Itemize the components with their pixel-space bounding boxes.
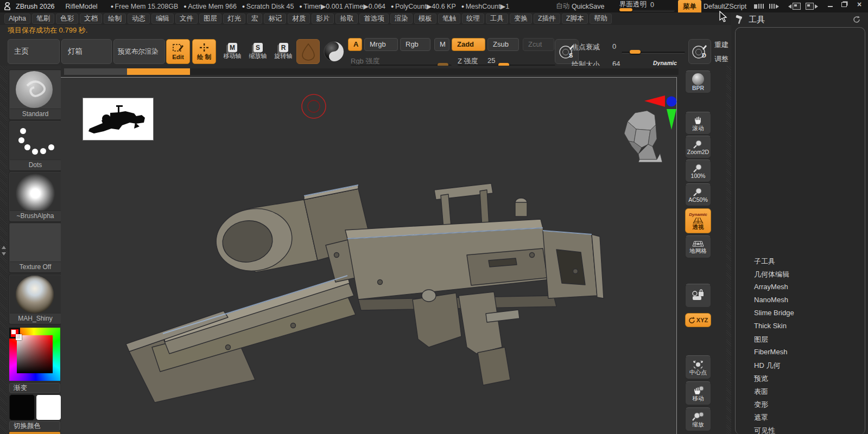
section-deformation[interactable]: 变形: [754, 400, 768, 410]
menu-layer[interactable]: 图层: [199, 14, 221, 24]
section-geometry[interactable]: 几何体编辑: [754, 270, 789, 279]
section-fibermesh[interactable]: FiberMesh: [754, 348, 787, 356]
menu-alpha[interactable]: Alpha: [4, 14, 30, 24]
main-color-swatch[interactable]: [9, 394, 35, 420]
menu-light[interactable]: 灯光: [223, 14, 245, 24]
section-thick-skin[interactable]: Thick Skin: [754, 322, 787, 330]
menu-picker[interactable]: 拾取: [335, 14, 358, 24]
menu-marker[interactable]: 标记: [264, 14, 286, 24]
rotate-axis-button[interactable]: R 旋转轴: [271, 39, 295, 64]
bpr-button[interactable]: BPR: [685, 71, 711, 93]
home-button[interactable]: 主页: [8, 39, 60, 64]
shelf-collapse-left-icon[interactable]: [754, 0, 764, 12]
menu-document[interactable]: 文档: [80, 14, 102, 24]
section-preview[interactable]: 预览: [754, 374, 768, 384]
quicksave-button[interactable]: QuickSave: [572, 0, 604, 12]
section-arraymesh[interactable]: ArrayMesh: [754, 283, 788, 291]
viewport-canvas[interactable]: [61, 66, 682, 434]
menu-draw[interactable]: 绘制: [104, 14, 126, 24]
zoom-view-button[interactable]: 缩放: [685, 407, 711, 431]
edit-button[interactable]: Edit: [166, 39, 190, 64]
switch-color-button[interactable]: 切换颜色: [9, 421, 60, 431]
section-masking[interactable]: 遮罩: [754, 413, 768, 423]
menu-preferences[interactable]: 首选项: [359, 14, 389, 24]
menu-zscript[interactable]: Z脚本: [562, 14, 588, 24]
minimize-button[interactable]: [824, 0, 836, 9]
aahalf-button[interactable]: AC50%: [685, 183, 711, 206]
camera-lock-button[interactable]: [685, 284, 711, 308]
lightbox-button[interactable]: 灯箱: [61, 39, 112, 64]
zadd-button[interactable]: Zadd: [452, 38, 485, 51]
section-visibility[interactable]: 可见性: [754, 426, 775, 434]
color-picker-cursor[interactable]: [16, 334, 22, 340]
menu-dynamic[interactable]: 动态: [128, 14, 150, 24]
clipped-adjust-label[interactable]: 调整: [714, 54, 731, 64]
dock-right-icon[interactable]: [806, 0, 818, 12]
restore-button[interactable]: [838, 0, 850, 9]
menu-color[interactable]: 色彩: [56, 14, 78, 24]
texture-selector[interactable]: Texture Off: [9, 223, 61, 272]
floor-grid-button[interactable]: 地网格: [685, 235, 711, 258]
section-nanomesh[interactable]: NanoMesh: [754, 296, 788, 304]
menu-file[interactable]: 文件: [175, 14, 198, 24]
local-pivot-button[interactable]: 中心点: [685, 355, 711, 379]
current-material-button[interactable]: [296, 39, 320, 64]
left-tray-divider[interactable]: [0, 66, 7, 434]
section-subtool[interactable]: 子工具: [754, 257, 775, 266]
section-surface[interactable]: 表面: [754, 387, 768, 397]
section-slime-bridge[interactable]: Slime Bridge: [754, 309, 794, 317]
secondary-color-swatch[interactable]: [36, 394, 61, 420]
menu-zplugin[interactable]: Z插件: [534, 14, 560, 24]
focal-shift-handle[interactable]: [630, 50, 641, 54]
menu-tool[interactable]: 工具: [486, 14, 508, 24]
menu-stencil[interactable]: 模板: [414, 14, 436, 24]
alpha-selector[interactable]: ~BrushAlpha: [9, 172, 61, 221]
move-view-button[interactable]: 移动: [685, 381, 711, 405]
menu-help[interactable]: 帮助: [590, 14, 612, 24]
scale-axis-button[interactable]: S 缩放轴: [246, 39, 270, 64]
bpr-preview-button[interactable]: 预览布尔渲染: [113, 39, 165, 64]
rotate-xyz-button[interactable]: XYZ: [685, 313, 711, 327]
brush-selector[interactable]: Standard: [9, 70, 61, 119]
menu-button[interactable]: 菜单: [678, 0, 701, 14]
right-tray-divider[interactable]: [726, 66, 731, 434]
actual-size-button[interactable]: 100%: [685, 159, 711, 182]
ui-transparency-slider-handle[interactable]: [619, 8, 632, 11]
move-axis-button[interactable]: M 移动轴: [220, 39, 244, 64]
material-sphere-button[interactable]: [322, 39, 346, 64]
rgb-button[interactable]: Rgb: [400, 38, 430, 51]
mrgb-button[interactable]: Mrgb: [364, 38, 398, 51]
draw-button[interactable]: 绘 制: [192, 39, 216, 64]
menu-material[interactable]: 材质: [288, 14, 310, 24]
perspective-button[interactable]: Dynamic 透视: [685, 208, 711, 233]
material-selector[interactable]: MAH_Shiny: [9, 275, 61, 324]
dock-left-icon[interactable]: [788, 0, 801, 12]
shelf-collapse-right-icon[interactable]: [769, 0, 779, 12]
zsub-button[interactable]: Zsub: [487, 38, 519, 51]
zoom2d-button[interactable]: Zoom2D: [685, 136, 711, 158]
color-picker[interactable]: [9, 328, 60, 381]
scroll-button[interactable]: 滚动: [685, 112, 711, 135]
stroke-d-button[interactable]: D: [688, 39, 711, 64]
menu-macro[interactable]: 宏: [247, 14, 263, 24]
menu-texture[interactable]: 纹理: [462, 14, 484, 24]
menu-edit[interactable]: 编辑: [151, 14, 174, 24]
gradient-button[interactable]: 渐变: [9, 383, 60, 393]
clipped-rebuild-label[interactable]: 重建: [714, 40, 731, 50]
menu-transform[interactable]: 变换: [510, 14, 532, 24]
menu-movie[interactable]: 影片: [312, 14, 334, 24]
channel-a-button[interactable]: A: [348, 38, 362, 51]
zcut-button[interactable]: Zcut: [523, 38, 554, 51]
rotate-xyz-label: XYZ: [696, 317, 708, 323]
section-hd-geometry[interactable]: HD 几何: [754, 361, 780, 371]
menu-brush[interactable]: 笔刷: [32, 14, 54, 24]
tool-panel-header[interactable]: 工具: [731, 14, 868, 25]
section-layers[interactable]: 图层: [754, 335, 768, 344]
stroke-selector[interactable]: Dots: [9, 121, 61, 170]
menu-render[interactable]: 渲染: [390, 14, 413, 24]
m-button[interactable]: M: [434, 38, 449, 51]
close-button[interactable]: ×: [853, 0, 865, 9]
panel-history-icon[interactable]: [853, 16, 860, 23]
color-picker-sv-square[interactable]: [17, 335, 53, 373]
menu-stroke[interactable]: 笔触: [438, 14, 460, 24]
